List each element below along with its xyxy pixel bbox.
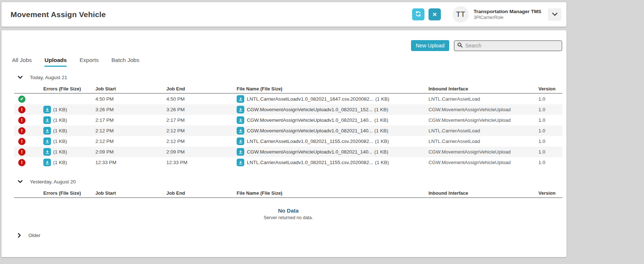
errors-cell[interactable]: (1 KB) [31,106,92,113]
job-start-cell: 2:09 PM [92,149,163,155]
download-file-icon[interactable] [237,137,244,145]
download-file-icon[interactable] [237,116,244,124]
download-error-file-icon[interactable] [43,116,51,124]
section-title: Today, August 21 [30,75,67,80]
error-file-size: (1 KB) [53,149,67,155]
file-size: (1 KB) [374,149,388,155]
file-name-cell[interactable]: LNTL.CarrierAssetLoadv1.0_082021_1155.cs… [234,137,426,145]
close-icon: ✕ [432,11,437,18]
errors-cell[interactable]: (1 KB) [31,148,92,156]
error-exclamation-icon [18,127,25,135]
file-size: (1 KB) [375,139,389,144]
table-row[interactable]: 4:50 PM 4:50 PM LNTL.CarrierAssetLoadv1.… [14,94,562,104]
version-cell: 1.0 [535,160,562,165]
inbound-interface-cell: LNTL.CarrierAssetLoad [426,139,535,144]
tab[interactable]: Exports [79,57,99,67]
file-name[interactable]: CGW.MovementAssignVehicleUploadv1.0_0820… [247,107,372,112]
download-error-file-icon[interactable] [43,137,51,145]
table-row[interactable]: (1 KB) 3:26 PM 3:26 PM CGW.MovementAssig… [14,104,562,115]
job-start-cell: 3:26 PM [92,107,163,112]
search-input[interactable] [465,43,559,48]
section-older: Older [1,233,566,238]
tab[interactable]: Uploads [44,57,67,67]
download-file-icon[interactable] [237,159,244,166]
file-name-cell[interactable]: CGW.MovementAssignVehicleUploadv1.0_0820… [234,148,426,156]
table-row[interactable]: (1 KB) 2:17 PM 2:17 PM CGW.MovementAssig… [14,115,562,125]
no-data-message: Server returned no data. [14,215,562,220]
download-error-file-icon[interactable] [43,106,51,113]
job-start-cell: 4:50 PM [92,96,163,102]
table-header-row: Errors (File Size) Job Start Job End Fil… [14,84,562,94]
app-header: Movement Assign Vehicle ✕ TT Transportat… [1,2,566,27]
uploads-table-today: Errors (File Size) Job Start Job End Fil… [14,84,562,168]
file-name[interactable]: CGW.MovementAssignVehicleUploadv1.0_0820… [247,117,372,123]
download-file-icon[interactable] [237,95,244,103]
chevron-down-icon [18,180,23,183]
table-row[interactable]: (1 KB) 2:12 PM 2:12 PM CGW.MovementAssig… [14,125,562,136]
section-yesterday: Yesterday, August 20 Errors (File Size) … [1,179,566,220]
error-file-size: (1 KB) [53,160,67,165]
error-file-size: (1 KB) [53,117,67,123]
download-file-icon[interactable] [237,148,244,156]
table-row[interactable]: (1 KB) 2:09 PM 2:09 PM CGW.MovementAssig… [14,147,562,157]
column-version: Version [535,190,562,196]
user-menu-button[interactable] [548,8,561,21]
table-row[interactable]: (1 KB) 2:12 PM 2:12 PM LNTL.CarrierAsset… [14,136,562,147]
column-job-end: Job End [163,86,234,92]
file-name[interactable]: CGW.MovementAssignVehicleUploadv1.0_0820… [247,149,372,155]
table-row[interactable]: (1 KB) 12:33 PM 12:33 PM LNTL.CarrierAss… [14,157,562,168]
download-error-file-icon[interactable] [43,127,51,135]
errors-cell[interactable]: (1 KB) [31,116,92,124]
errors-cell[interactable]: (1 KB) [31,127,92,135]
tab[interactable]: All Jobs [12,57,32,67]
job-end-cell: 2:12 PM [163,139,234,144]
download-error-file-icon[interactable] [43,159,51,166]
file-name[interactable]: LNTL.CarrierAssetLoadv1.0_082021_1155.cs… [247,139,373,144]
errors-cell[interactable]: (1 KB) [31,159,92,166]
file-name-cell[interactable]: CGW.MovementAssignVehicleUploadv1.0_0820… [234,127,426,135]
job-end-cell: 12:33 PM [163,160,234,165]
section-today-header[interactable]: Today, August 21 [18,75,566,80]
jobs-panel: New Upload All Jobs Uploads Exports Batc… [1,30,566,257]
download-file-icon[interactable] [237,106,244,113]
chevron-down-icon [18,76,23,79]
version-cell: 1.0 [535,117,562,123]
job-end-cell: 4:50 PM [163,96,234,102]
section-today: Today, August 21 Errors (File Size) Job … [1,75,566,168]
chevron-down-icon [552,12,558,17]
section-older-header[interactable]: Older [18,233,566,238]
download-error-file-icon[interactable] [43,148,51,156]
search-box[interactable] [454,40,562,51]
job-start-cell: 2:17 PM [92,117,163,123]
uploads-table-yesterday: Errors (File Size) Job Start Job End Fil… [14,189,562,198]
file-name-cell[interactable]: LNTL.CarrierAssetLoadv1.0_082021_1155.cs… [234,159,426,166]
file-name-cell[interactable]: CGW.MovementAssignVehicleUploadv1.0_0820… [234,106,426,113]
download-file-icon[interactable] [237,127,244,135]
section-yesterday-header[interactable]: Yesterday, August 20 [18,179,566,185]
job-start-cell: 12:33 PM [92,160,163,165]
new-upload-button[interactable]: New Upload [411,40,449,51]
version-cell: 1.0 [535,139,562,144]
file-name[interactable]: CGW.MovementAssignVehicleUploadv1.0_0820… [247,128,372,133]
error-exclamation-icon [18,117,25,124]
column-errors: Errors (File Size) [31,190,92,196]
refresh-button[interactable] [412,8,424,20]
avatar[interactable]: TT [453,6,469,23]
file-name[interactable]: LNTL.CarrierAssetLoadv1.0_082021_1155.cs… [247,160,373,165]
tab[interactable]: Batch Jobs [111,57,139,67]
inbound-interface-cell: CGW.MovementAssignVehicleUpload [426,117,535,123]
error-exclamation-icon [18,106,25,113]
error-exclamation-icon [18,159,25,166]
inbound-interface-cell: CGW.MovementAssignVehicleUpload [426,149,535,155]
job-start-cell: 2:12 PM [92,139,163,144]
table-body: 4:50 PM 4:50 PM LNTL.CarrierAssetLoadv1.… [14,94,562,168]
file-name-cell[interactable]: CGW.MovementAssignVehicleUploadv1.0_0820… [234,116,426,124]
file-name[interactable]: LNTL.CarrierAssetLoadv1.0_082021_1647.cs… [247,96,374,102]
close-button[interactable]: ✕ [428,8,441,20]
file-name-cell[interactable]: LNTL.CarrierAssetLoadv1.0_082021_1647.cs… [234,95,426,103]
table-header-row: Errors (File Size) Job Start Job End Fil… [14,189,562,198]
page-title: Movement Assign Vehicle [11,10,106,19]
errors-cell[interactable]: (1 KB) [31,137,92,145]
error-file-size: (1 KB) [53,139,67,144]
job-end-cell: 2:12 PM [163,128,234,133]
